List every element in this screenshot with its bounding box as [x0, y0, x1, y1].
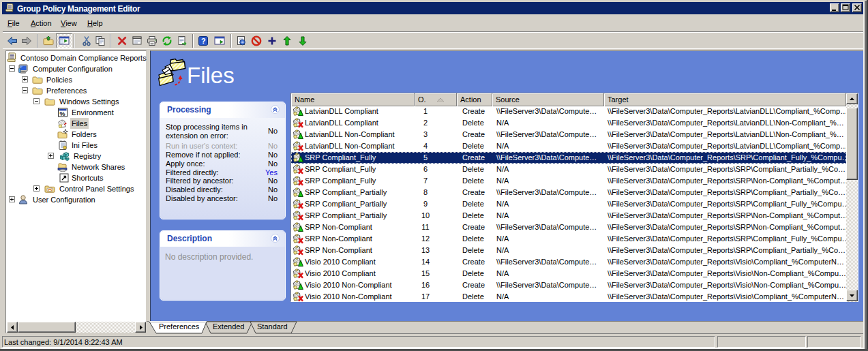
svg-text:?: ?: [201, 37, 206, 45]
